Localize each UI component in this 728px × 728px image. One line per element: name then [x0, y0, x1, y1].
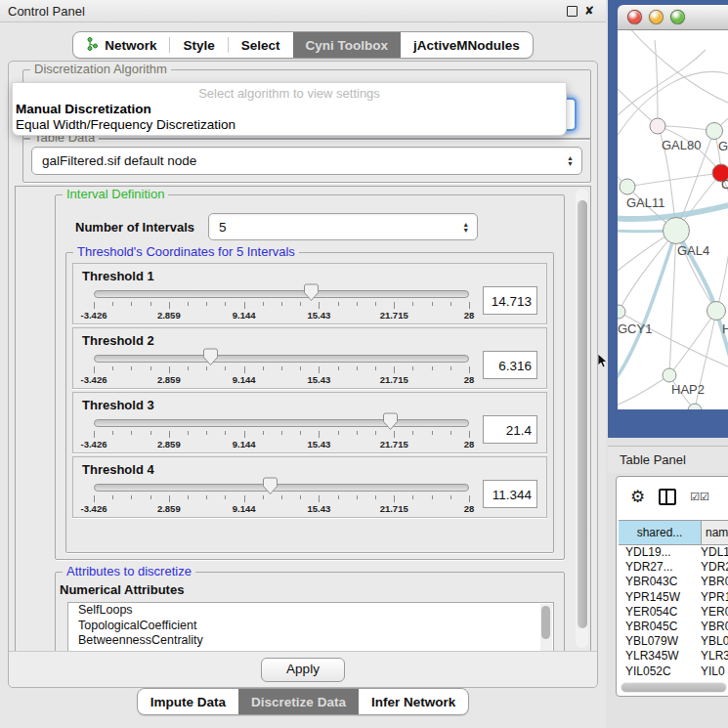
table-row[interactable]: YDR27...YDR2 [619, 560, 728, 575]
cell-shared-name[interactable]: YDR27... [619, 560, 701, 575]
algorithm-item-equal-width[interactable]: Equal Width/Frequency Discretization [16, 117, 236, 132]
table-row[interactable]: YDL19...YDL1 [619, 545, 728, 560]
table-data-group: Table Data galFiltered.sif default node … [22, 138, 591, 183]
network-edge[interactable] [618, 375, 669, 407]
cell-shared-name[interactable]: YBR043C [619, 575, 701, 589]
table-row[interactable]: YLR345WYLR3 [619, 649, 728, 664]
number-of-intervals-combobox[interactable]: 5 ▲▼ [208, 213, 478, 240]
network-node-n-hap2[interactable] [663, 368, 676, 382]
attributes-list-scrollbar[interactable] [540, 604, 552, 653]
table-data-combobox[interactable]: galFiltered.sif default node ▲▼ [31, 147, 582, 175]
cell-name[interactable]: YBR0 [701, 620, 728, 634]
threshold-slider[interactable]: -3.4262.8599.14415.4321.71528 [94, 351, 469, 386]
cell-shared-name[interactable]: YLR345W [619, 649, 701, 664]
cell-shared-name[interactable]: YPR145W [619, 590, 701, 605]
attribute-list-item[interactable]: BetweennessCentrality [68, 633, 553, 649]
slider-handle[interactable] [202, 348, 219, 366]
table-row[interactable]: YBR043CYBR0 [619, 575, 728, 589]
network-canvas[interactable]: GAL80GACGAL11GAL4GCY1HHAP2 [618, 30, 728, 409]
network-edge[interactable] [627, 30, 728, 104]
split-columns-icon[interactable] [659, 489, 676, 505]
cell-shared-name[interactable]: YBR045C [619, 620, 701, 634]
tab-network[interactable]: Network [73, 32, 169, 58]
slider-handle[interactable] [382, 412, 399, 431]
network-window-titlebar[interactable] [618, 5, 728, 30]
table-row[interactable]: YPR145WYPR1 [619, 590, 728, 605]
node-label: GAL4 [677, 243, 709, 258]
cell-shared-name[interactable]: YDL19... [619, 545, 701, 560]
float-window-icon[interactable] [567, 6, 578, 17]
attributes-group-title: Attributes to discretize [63, 564, 195, 578]
cell-shared-name[interactable]: YER054C [619, 605, 701, 620]
column-header-shared-name[interactable]: shared... [619, 521, 702, 544]
cell-name[interactable]: YDR2 [701, 560, 728, 575]
network-edge[interactable] [655, 40, 658, 126]
slider-handle[interactable] [303, 283, 320, 302]
tab-select[interactable]: Select [229, 32, 293, 58]
cell-name[interactable]: YPR1 [701, 590, 728, 605]
threshold-slider[interactable]: -3.4262.8599.14415.4321.71528 [94, 415, 469, 450]
cell-shared-name[interactable]: YBL079W [619, 634, 701, 649]
network-edge[interactable] [618, 50, 706, 123]
cell-name[interactable]: YER0 [701, 605, 728, 620]
network-node-n-gal80[interactable] [650, 118, 665, 134]
network-view-window[interactable]: GAL80GACGAL11GAL4GCY1HHAP2 [608, 0, 728, 438]
tab-impute-data[interactable]: Impute Data [138, 689, 238, 714]
tab-cyni-toolbox[interactable]: Cyni Toolbox [293, 32, 402, 58]
slider-tick-label: 9.144 [233, 503, 256, 514]
algorithm-prompt-item[interactable]: Select algorithm to view settings [13, 86, 566, 101]
tab-jactivemnodules[interactable]: jActiveMNodules [401, 32, 533, 58]
slider-tick-label: 2.859 [157, 439, 181, 450]
network-edge[interactable] [716, 245, 728, 311]
network-edge-highlighted[interactable] [618, 231, 676, 384]
slider-tick-label: 9.144 [233, 374, 256, 385]
table-row[interactable]: YBL079WYBL0 [619, 634, 728, 649]
network-node-n-topright[interactable] [707, 123, 723, 140]
tab-infer-network[interactable]: Infer Network [359, 689, 468, 714]
apply-button[interactable]: Apply [261, 658, 345, 682]
attribute-list-item[interactable]: TopologicalCoefficient [68, 619, 553, 634]
network-node-n-gcy1[interactable] [618, 305, 625, 319]
threshold-value-field[interactable]: 14.713 [483, 286, 537, 315]
cell-name[interactable]: YBR0 [701, 575, 728, 589]
threshold-value-field[interactable]: 11.344 [483, 480, 537, 508]
tab-select-label: Select [241, 38, 280, 53]
network-edge[interactable] [619, 312, 728, 367]
mac-close-button[interactable] [627, 10, 642, 24]
cell-name[interactable]: YBL0 [701, 634, 728, 649]
column-header-name[interactable]: name [702, 521, 728, 544]
network-edge[interactable] [619, 231, 676, 312]
column-visibility-icons[interactable]: ☑☑ [690, 491, 709, 503]
slider-handle[interactable] [262, 477, 278, 495]
threshold-value-field[interactable]: 6.316 [483, 351, 537, 379]
threshold-slider[interactable]: -3.4262.8599.14415.4321.71528 [94, 286, 469, 321]
network-edge[interactable] [618, 84, 658, 126]
threshold-slider[interactable]: -3.4262.8599.14415.4321.71528 [94, 480, 469, 515]
cell-name[interactable]: YIL0 [701, 664, 728, 679]
interval-definition-group: Interval Definition Number of Intervals … [55, 194, 565, 560]
network-node-n-rightmid[interactable] [707, 302, 726, 321]
settings-vertical-scrollbar[interactable] [576, 189, 588, 648]
mac-minimize-button[interactable] [649, 10, 664, 24]
network-node-n-gal11[interactable] [620, 179, 635, 194]
algorithm-item-manual[interactable]: Manual Discretization [16, 102, 151, 116]
table-row[interactable]: YIL052CYIL0 [619, 664, 728, 679]
table-row[interactable]: YBR045CYBR0 [619, 620, 728, 634]
numerical-attributes-list[interactable]: SelfLoopsTopologicalCoefficientBetweenne… [67, 602, 554, 653]
attribute-list-item[interactable]: SelfLoops [68, 603, 553, 619]
cell-name[interactable]: YLR3 [701, 649, 728, 664]
threshold-value-field[interactable]: 21.4 [483, 415, 537, 444]
algorithm-dropdown-popup: Select algorithm to view settings Manual… [12, 82, 567, 136]
table-row[interactable]: YER054CYER0 [619, 605, 728, 620]
cell-name[interactable]: YDL1 [701, 545, 728, 560]
table-horizontal-scrollbar[interactable] [621, 682, 727, 693]
network-node-n-gal4[interactable] [664, 218, 690, 244]
cell-shared-name[interactable]: YIL052C [619, 664, 701, 679]
tab-style[interactable]: Style [170, 32, 227, 58]
mac-zoom-button[interactable] [670, 10, 685, 24]
close-icon[interactable]: ✘ [584, 6, 594, 16]
network-edge[interactable] [627, 173, 721, 187]
gear-icon[interactable]: ⚙ [630, 489, 645, 505]
tab-infer-network-label: Infer Network [371, 695, 455, 709]
tab-discretize-data[interactable]: Discretize Data [238, 689, 359, 714]
